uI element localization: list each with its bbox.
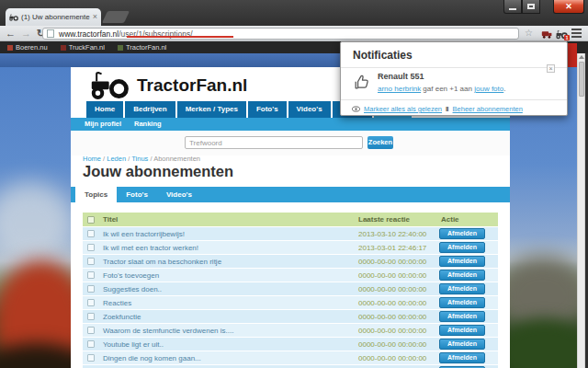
sub-nav: Mijn profiel Ranking [71,118,510,131]
subnav-mijn-profiel[interactable]: Mijn profiel [85,118,121,131]
afmelden-button[interactable]: Afmelden [439,311,485,322]
row-title-link[interactable]: Reacties [103,299,131,307]
nav-item-videos[interactable]: Video's [288,101,331,118]
bookmark-boeren[interactable]: Boeren.nu [7,43,48,52]
row-checkbox[interactable] [87,258,95,265]
table-row: Foto's toevoegen 0000-00-00 00:00:00 Afm… [83,269,498,282]
row-title-link[interactable]: Ik wil met een tractor werken! [103,244,198,252]
afmelden-button[interactable]: Afmelden [439,270,485,281]
row-title-link[interactable]: Waarom de stemfunctie verdwenen is.... [103,327,233,335]
row-date: 0000-00-00 00:00:00 [358,258,426,266]
window-minimize-button[interactable] [503,0,522,14]
tractor-logo-icon [90,71,130,99]
row-checkbox[interactable] [87,313,95,320]
mark-all-read-link[interactable]: Markeer alles als gelezen [364,105,442,113]
window-close-button[interactable]: ✕ [553,0,584,14]
breadcrumb-leden[interactable]: Leden [107,155,126,163]
url-domain: www.tractorfan.nl [59,29,119,39]
photo-link[interactable]: jouw foto [474,85,503,93]
afmelden-button[interactable]: Afmelden [439,256,485,267]
window-maximize-button[interactable] [522,0,540,14]
row-checkbox[interactable] [87,299,95,306]
bookmark-truckfan[interactable]: TruckFan.nl [61,43,105,52]
new-tab-button[interactable] [102,11,130,23]
browser-tab[interactable]: (1) Uw abonnemente × [6,8,101,26]
back-icon[interactable]: ← [6,28,16,39]
manage-subscriptions-link[interactable]: Beheer abonnementen [453,105,523,113]
row-checkbox[interactable] [87,244,95,251]
tab-videos[interactable]: Video's [157,187,201,202]
breadcrumb-home[interactable]: Home [83,155,101,163]
row-date: 0000-00-00 00:00:00 [358,285,426,293]
search-row: Zoeken [71,131,510,155]
afmelden-button[interactable]: Afmelden [439,228,485,239]
tab-fotos[interactable]: Foto's [117,187,157,202]
notification-item-text: arno herbrink gaf een +1 aan jouw foto. [378,85,505,93]
menu-icon[interactable] [571,29,582,40]
row-checkbox[interactable] [87,230,95,237]
maximize-icon [527,4,535,9]
afmelden-button[interactable]: Afmelden [439,242,485,253]
nav-item-home[interactable]: Home [86,101,123,118]
row-title-link[interactable]: Zoekfunctie [103,313,141,321]
tractor-favicon-icon [9,13,18,22]
page-scrollbar[interactable] [577,53,584,368]
subnav-ranking[interactable]: Ranking [134,118,162,131]
table-body: Ik wil een tractorrijbewijs! 2013-03-10 … [83,227,498,368]
row-checkbox[interactable] [87,340,95,348]
tractorfan-extension-icon[interactable]: 1 [556,28,568,40]
row-checkbox[interactable] [87,271,95,279]
afmelden-button[interactable]: Afmelden [439,352,485,363]
nav-item-merken-types[interactable]: Merken / Types [177,101,246,118]
subscriptions-table: Titel Laatste reactie Actie Ik wil een t… [83,213,498,368]
row-title-link[interactable]: Foto's toevoegen [103,271,159,280]
table-row: Ik wil een tractorrijbewijs! 2013-03-10 … [83,227,498,240]
row-title-link[interactable]: Suggesties doen.. [103,285,162,293]
bookmark-star-icon[interactable]: ☆ [525,28,533,38]
row-checkbox[interactable] [87,327,95,334]
breadcrumb-user[interactable]: Tinus [131,155,148,163]
header-titel: Titel [103,215,118,224]
row-date: 0000-00-00 00:00:00 [358,299,426,307]
site-logo-text[interactable]: TractorFan.nl [137,75,247,96]
bookmark-favicon [61,45,66,51]
page-title: Jouw abonnementen [83,163,233,180]
row-title-link[interactable]: Tractor slaat om na beschonken ritje [103,258,221,266]
breadcrumb-current: Abonnementen [153,155,200,163]
user-link[interactable]: arno herbrink [378,85,421,93]
table-row: Waarom de stemfunctie verdwenen is.... 0… [83,324,498,337]
nav-item-fotos[interactable]: Foto's [248,101,287,118]
tab-title: (1) Uw abonnemente [21,13,90,21]
row-title-link[interactable]: Dingen die nog komen gaan... [103,354,201,362]
row-title-link[interactable]: Youtube ligt er uit.. [103,340,164,349]
thumbs-up-icon [353,74,370,91]
truckfan-extension-icon[interactable] [541,28,553,40]
nav-item-bedrijven[interactable]: Bedrijven [125,101,175,118]
afmelden-button[interactable]: Afmelden [439,339,485,350]
bookmark-favicon [118,45,123,51]
notification-dismiss-icon[interactable]: × [547,64,555,73]
forward-icon: → [21,28,31,39]
scrollbar-thumb[interactable] [579,62,584,97]
breadcrumb: Home / Leden / Tinus / Abonnementen [83,155,200,163]
select-all-checkbox[interactable] [87,216,95,224]
search-button[interactable]: Zoeken [368,136,393,149]
divider [341,67,567,68]
search-input[interactable] [185,136,363,149]
bookmark-tractorfan[interactable]: TractorFan.nl [118,43,166,52]
table-row: Dingen die nog komen gaan... 0000-00-00 … [83,351,498,364]
browser-titlebar: (1) Uw abonnemente × ✕ [0,0,588,26]
table-header: Titel Laatste reactie Actie [83,213,498,226]
row-date: 0000-00-00 00:00:00 [358,354,426,362]
afmelden-button[interactable]: Afmelden [439,325,485,336]
table-row: Zoekfunctie 0000-00-00 00:00:00 Afmelden [83,310,498,323]
row-checkbox[interactable] [87,354,95,362]
afmelden-button[interactable]: Afmelden [439,297,485,308]
address-bar[interactable]: www.tractorfan.nl/user/1/subscriptions/ [42,28,519,40]
tab-topics[interactable]: Topics [75,187,117,202]
tab-close-icon[interactable]: × [93,13,97,21]
row-checkbox[interactable] [87,285,95,293]
bookmark-favicon [7,45,13,51]
afmelden-button[interactable]: Afmelden [439,283,485,294]
row-title-link[interactable]: Ik wil een tractorrijbewijs! [103,230,185,238]
